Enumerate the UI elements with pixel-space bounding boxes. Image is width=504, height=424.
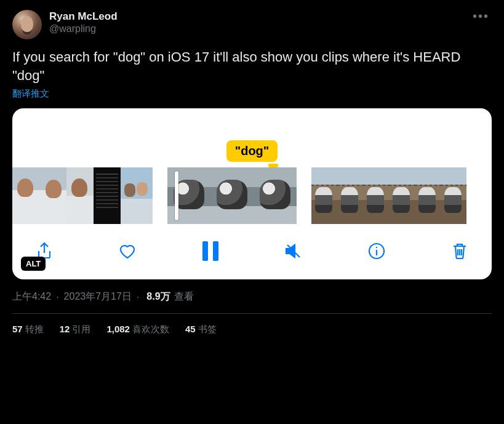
tweet-meta: 上午4:42 · 2023年7月17日 · 8.9万 查看 <box>12 290 492 314</box>
clip-frame <box>363 167 389 224</box>
clip-frame <box>441 167 466 224</box>
tweet: Ryan McLeod @warpling ••• If you search … <box>0 0 504 345</box>
video-scrubber-strip[interactable] <box>12 167 492 224</box>
alt-badge[interactable]: ALT <box>21 257 46 271</box>
info-icon[interactable] <box>363 238 390 265</box>
mute-icon[interactable] <box>280 238 307 265</box>
views-count: 8.9万 <box>146 290 170 303</box>
media-card[interactable]: "dog" <box>12 108 492 279</box>
quotes-count: 12 <box>60 324 70 334</box>
retweets-label: 转推 <box>25 324 44 334</box>
bookmarks-stat[interactable]: 45书签 <box>185 324 217 335</box>
display-name: Ryan McLeod <box>49 10 463 23</box>
clip-frame <box>66 167 94 224</box>
time[interactable]: 上午4:42 <box>12 290 51 303</box>
trash-icon[interactable] <box>446 238 473 265</box>
date[interactable]: 2023年7月17日 <box>64 290 132 303</box>
more-icon[interactable]: ••• <box>470 10 492 22</box>
quotes-label: 引用 <box>72 324 90 334</box>
likes-stat[interactable]: 1,082喜欢次数 <box>106 324 169 335</box>
media-toolbar <box>12 224 492 271</box>
clip-frame <box>39 167 66 224</box>
handle: @warpling <box>49 23 463 35</box>
clip-frame <box>121 167 153 224</box>
retweets-stat[interactable]: 57转推 <box>12 324 44 335</box>
author-names[interactable]: Ryan McLeod @warpling <box>49 10 463 35</box>
clip-frame <box>12 167 39 224</box>
separator: · <box>135 292 140 303</box>
separator: · <box>55 292 60 303</box>
likes-count: 1,082 <box>106 324 130 334</box>
caption-bubble: "dog" <box>226 140 278 162</box>
avatar[interactable] <box>12 10 42 39</box>
pause-icon[interactable] <box>197 238 224 265</box>
clip-frame <box>94 167 121 224</box>
views-label: 查看 <box>174 290 194 303</box>
clip-group-2 <box>167 167 297 224</box>
clip-frame <box>210 167 254 224</box>
clip-frame <box>167 167 210 224</box>
clip-frame <box>389 167 415 224</box>
tweet-stats: 57转推 12引用 1,082喜欢次数 45书签 <box>12 314 492 345</box>
clip-frame <box>311 167 337 224</box>
clip-group-1 <box>12 167 153 224</box>
quotes-stat[interactable]: 12引用 <box>60 324 91 335</box>
svg-point-1 <box>376 247 377 248</box>
clip-frame <box>415 167 441 224</box>
tweet-text: If you search for "dog" on iOS 17 it'll … <box>12 48 492 84</box>
clip-frame <box>337 167 363 224</box>
playhead[interactable] <box>175 171 178 220</box>
clip-group-3 <box>311 167 466 224</box>
translate-link[interactable]: 翻译推文 <box>12 88 492 100</box>
bookmarks-label: 书签 <box>198 324 217 334</box>
heart-icon[interactable] <box>114 238 141 265</box>
tweet-header: Ryan McLeod @warpling ••• <box>12 10 492 39</box>
likes-label: 喜欢次数 <box>132 324 169 334</box>
clip-frame <box>254 167 297 224</box>
retweets-count: 57 <box>12 324 23 334</box>
bookmarks-count: 45 <box>185 324 196 334</box>
